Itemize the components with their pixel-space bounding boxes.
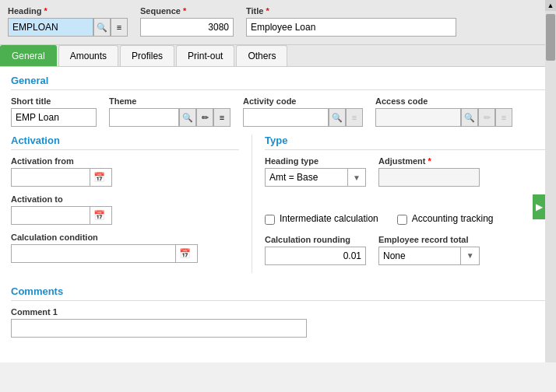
type-col: Type Heading type ▼ Adjustment * xyxy=(252,135,545,273)
activation-col: Activation Activation from 📅 Activation … xyxy=(11,135,252,273)
heading-type-input[interactable] xyxy=(266,169,347,186)
type-search-row: 🔍 xyxy=(265,194,545,207)
emp-record-total-label: Employee record total xyxy=(378,235,480,244)
short-title-input[interactable] xyxy=(11,108,97,127)
accounting-tracking-label: Accounting tracking xyxy=(412,213,494,226)
scrollbar: ▲ ▼ xyxy=(545,0,556,362)
heading-type-field: Heading type ▼ xyxy=(265,156,366,187)
accounting-tracking-checkbox[interactable] xyxy=(397,215,407,225)
access-code-input-group: 🔍 ✏ ≡ xyxy=(375,108,512,127)
accounting-tracking-item: Accounting tracking xyxy=(397,213,494,226)
sequence-input[interactable] xyxy=(140,18,234,37)
heading-required: * xyxy=(44,6,47,16)
nav-arrow-right[interactable]: ▶ xyxy=(533,194,545,219)
theme-search-button[interactable]: 🔍 xyxy=(179,108,196,127)
access-code-edit-button[interactable]: ✏ xyxy=(478,108,495,127)
heading-input-group: 🔍 ≡ xyxy=(8,18,128,37)
calc-rounding-label: Calculation rounding xyxy=(265,235,366,244)
activity-code-search-button[interactable]: 🔍 xyxy=(329,108,346,127)
activation-to-label: Activation to xyxy=(11,194,239,204)
scroll-up-button[interactable]: ▲ xyxy=(545,0,556,11)
activation-from-label: Activation from xyxy=(11,156,239,166)
calc-condition-input[interactable] xyxy=(12,245,175,262)
activation-to-input[interactable] xyxy=(12,207,90,224)
tab-others[interactable]: Others xyxy=(236,45,287,66)
activity-code-field: Activity code 🔍 ≡ xyxy=(243,96,363,127)
activation-from-calendar-icon[interactable]: 📅 xyxy=(90,169,108,186)
activation-from-field: Activation from 📅 xyxy=(11,156,239,187)
general-form-row1: Short title Theme 🔍 ✏ ≡ Activity code 🔍 … xyxy=(11,96,545,127)
activity-code-input-group: 🔍 ≡ xyxy=(243,108,363,127)
access-code-field: Access code 🔍 ✏ ≡ xyxy=(375,96,512,127)
type-form-row1: Heading type ▼ Adjustment * xyxy=(265,156,545,187)
activity-code-label: Activity code xyxy=(243,96,363,106)
activity-code-list-button[interactable]: ≡ xyxy=(346,108,363,127)
general-section-title: General xyxy=(11,75,545,90)
access-code-input[interactable] xyxy=(375,108,461,127)
main-content: General Short title Theme 🔍 ✏ ≡ Activity… xyxy=(0,67,556,362)
comments-section: Comments Comment 1 xyxy=(11,285,545,338)
short-title-field: Short title xyxy=(11,96,97,127)
comments-section-title: Comments xyxy=(11,285,545,301)
activity-code-input[interactable] xyxy=(243,108,329,127)
theme-input[interactable] xyxy=(109,108,179,127)
sequence-label: Sequence * xyxy=(140,6,234,16)
heading-type-input-wrap: ▼ xyxy=(265,168,366,187)
heading-list-button[interactable]: ≡ xyxy=(111,18,128,37)
intermediate-calc-label: Intermediate calculation xyxy=(280,213,378,226)
type-form-row2: Calculation rounding 0.01 Employee recor… xyxy=(265,235,545,265)
activation-from-input[interactable] xyxy=(12,169,90,186)
heading-field-group: Heading * 🔍 ≡ xyxy=(8,6,128,37)
checkbox-row: Intermediate calculation Accounting trac… xyxy=(265,213,545,226)
title-field-group: Title * xyxy=(246,6,456,37)
title-input[interactable] xyxy=(246,18,456,37)
theme-label: Theme xyxy=(109,96,230,106)
comment1-input[interactable] xyxy=(11,319,307,338)
calc-condition-label: Calculation condition xyxy=(11,233,239,242)
emp-record-value: None xyxy=(379,248,460,264)
heading-search-button[interactable]: 🔍 xyxy=(93,18,111,37)
emp-record-input-wrap: None ▼ xyxy=(378,247,480,265)
type-section-title: Type xyxy=(265,135,545,150)
access-code-search-button[interactable]: 🔍 xyxy=(461,108,478,127)
activation-to-field: Activation to 📅 xyxy=(11,194,239,225)
scroll-thumb[interactable] xyxy=(546,14,555,61)
emp-record-total-field: Employee record total None ▼ xyxy=(378,235,480,265)
emp-record-dropdown-icon[interactable]: ▼ xyxy=(460,247,479,264)
intermediate-calc-item: Intermediate calculation xyxy=(265,213,378,226)
access-code-label: Access code xyxy=(375,96,512,106)
tab-amounts[interactable]: Amounts xyxy=(58,45,118,66)
calc-condition-input-wrap: 📅 xyxy=(11,244,198,263)
heading-type-label: Heading type xyxy=(265,156,366,166)
comment1-field: Comment 1 xyxy=(11,307,545,338)
adjustment-field: Adjustment * xyxy=(378,156,480,187)
tab-general[interactable]: General xyxy=(0,45,57,66)
tab-printout[interactable]: Print-out xyxy=(176,45,234,66)
adjustment-label: Adjustment * xyxy=(378,156,480,166)
comment1-label: Comment 1 xyxy=(11,307,545,317)
heading-input[interactable] xyxy=(8,18,93,37)
tabs-bar: General Amounts Profiles Print-out Other… xyxy=(0,45,556,67)
sequence-field-group: Sequence * xyxy=(140,6,234,37)
calc-condition-field: Calculation condition 📅 xyxy=(11,233,239,263)
title-label: Title * xyxy=(246,6,456,16)
access-code-list-button[interactable]: ≡ xyxy=(495,108,512,127)
tab-profiles[interactable]: Profiles xyxy=(120,45,174,66)
heading-type-dropdown-icon[interactable]: ▼ xyxy=(347,169,365,186)
theme-list-button[interactable]: ≡ xyxy=(213,108,230,127)
theme-field: Theme 🔍 ✏ ≡ xyxy=(109,96,230,127)
top-bar: Heading * 🔍 ≡ Sequence * Title * xyxy=(0,0,556,45)
two-col-layout: Activation Activation from 📅 Activation … xyxy=(11,135,545,273)
theme-edit-button[interactable]: ✏ xyxy=(196,108,213,127)
heading-label: Heading * xyxy=(8,6,128,16)
activation-to-date-wrap: 📅 xyxy=(11,206,112,225)
activation-from-date-wrap: 📅 xyxy=(11,168,112,187)
calc-rounding-field: Calculation rounding 0.01 xyxy=(265,235,366,265)
activation-section-title: Activation xyxy=(11,135,239,150)
theme-input-group: 🔍 ✏ ≡ xyxy=(109,108,230,127)
short-title-label: Short title xyxy=(11,96,97,106)
activation-to-calendar-icon[interactable]: 📅 xyxy=(90,207,108,224)
intermediate-calc-checkbox[interactable] xyxy=(265,215,275,225)
calc-condition-icon[interactable]: 📅 xyxy=(175,245,194,262)
adjustment-input[interactable] xyxy=(378,168,480,187)
